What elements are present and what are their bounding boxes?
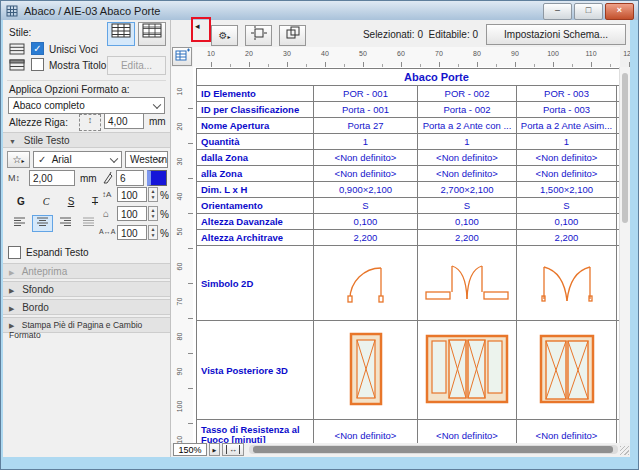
schedule-cell[interactable]: Porta - 001 bbox=[314, 102, 418, 118]
width-factor-input[interactable]: 100 bbox=[117, 206, 147, 221]
align-justify-button[interactable] bbox=[78, 215, 99, 232]
line-spacing-stepper[interactable]: ▲▼ bbox=[148, 187, 158, 202]
schedule-cell[interactable]: 0,900×2,100 bbox=[314, 182, 418, 198]
schedule-cell[interactable]: 2,200 bbox=[517, 230, 617, 246]
italic-button[interactable]: C bbox=[36, 192, 56, 211]
align-right-button[interactable] bbox=[55, 215, 76, 232]
schedule-cell[interactable]: Porta a 2 Ante con ... bbox=[418, 118, 517, 134]
schedule-cell[interactable]: POR - 002 bbox=[418, 86, 517, 102]
schedule-cell[interactable] bbox=[314, 246, 418, 321]
horizontal-scrollbar-thumb[interactable] bbox=[253, 446, 613, 453]
schedule-cell[interactable]: Porta - 002 bbox=[418, 102, 517, 118]
pen-number-input[interactable]: 6 bbox=[116, 170, 144, 186]
stile-testo-section-header[interactable]: ▼ Stile Testo bbox=[3, 132, 170, 148]
schedule-row-label[interactable]: Quantità bbox=[197, 134, 314, 150]
pen-color-swatch[interactable] bbox=[147, 170, 167, 186]
schedule-cell[interactable]: 2,700×2,100 bbox=[418, 182, 517, 198]
schedule-row-label[interactable]: Dim. L x H bbox=[197, 182, 314, 198]
schedule-cell[interactable]: 1 bbox=[418, 134, 517, 150]
schedule-cell[interactable]: 1 bbox=[517, 134, 617, 150]
schedule-cell[interactable]: <Non definito> bbox=[517, 166, 617, 182]
style-view-spaced-button[interactable] bbox=[138, 22, 166, 46]
fit-width-button[interactable]: ↔ bbox=[222, 443, 244, 456]
impostazioni-schema-button[interactable]: Impostazioni Schema... bbox=[486, 24, 626, 45]
letter-spacing-input[interactable]: 100 bbox=[117, 225, 147, 240]
unisci-voci-checkbox[interactable]: ✓ bbox=[31, 42, 44, 55]
font-script-select[interactable]: Western bbox=[125, 151, 168, 168]
schedule-cell[interactable] bbox=[517, 246, 617, 321]
schedule-cell[interactable] bbox=[418, 321, 517, 420]
schedule-row-label[interactable]: Altezza Davanzale bbox=[197, 214, 314, 230]
options-gear-button[interactable]: ⚙▸ bbox=[211, 25, 238, 46]
schedule-row-label[interactable]: Simbolo 2D bbox=[197, 246, 314, 321]
bordo-section-header[interactable]: ▶ Bordo bbox=[3, 299, 170, 315]
espandi-testo-checkbox[interactable] bbox=[8, 246, 21, 259]
underline-button[interactable]: S bbox=[61, 192, 81, 211]
schedule-cell[interactable]: <Non definito> bbox=[517, 420, 617, 444]
schedule-row-label[interactable]: Orientamento bbox=[197, 198, 314, 214]
schedule-cell[interactable]: Porta - 003 bbox=[517, 102, 617, 118]
schedule-cell[interactable] bbox=[517, 321, 617, 420]
zoom-menu-button[interactable]: ▶ bbox=[209, 443, 220, 456]
schedule-cell[interactable]: POR - 001 bbox=[314, 86, 418, 102]
schedule-cell[interactable]: 0,100 bbox=[314, 214, 418, 230]
schedule-cell[interactable] bbox=[418, 246, 517, 321]
schedule-cell[interactable]: 2,200 bbox=[418, 230, 517, 246]
schedule-cell[interactable]: <Non definito> bbox=[314, 420, 418, 444]
schedule-cell[interactable]: Porta 27 bbox=[314, 118, 418, 134]
schedule-cell[interactable]: <Non definito> bbox=[517, 150, 617, 166]
schedule-row-label[interactable]: dalla Zona bbox=[197, 150, 314, 166]
table-options-corner-button[interactable] bbox=[172, 47, 192, 66]
close-button[interactable]: × bbox=[605, 3, 634, 20]
schedule-cell[interactable]: <Non definito> bbox=[418, 166, 517, 182]
width-factor-stepper[interactable]: ▲▼ bbox=[148, 206, 158, 221]
applica-select[interactable]: Abaco completo bbox=[8, 97, 165, 114]
schedule-cell[interactable]: S bbox=[314, 198, 418, 214]
font-size-input[interactable]: 2,00 bbox=[29, 170, 75, 186]
schedule-cell[interactable]: <Non definito> bbox=[314, 166, 418, 182]
horizontal-scrollbar[interactable] bbox=[249, 445, 618, 454]
letter-spacing-stepper[interactable]: ▲▼ bbox=[148, 225, 158, 240]
favorites-button[interactable]: ☆▸ bbox=[7, 151, 30, 168]
resize-grip[interactable] bbox=[620, 446, 629, 455]
vertical-scrollbar-thumb[interactable] bbox=[622, 73, 628, 223]
sfondo-section-header[interactable]: ▶ Sfondo bbox=[3, 281, 170, 297]
schedule-title[interactable]: Abaco Porte bbox=[197, 69, 621, 86]
schedule-row-label[interactable]: Altezza Architrave bbox=[197, 230, 314, 246]
schedule-cell[interactable]: 0,100 bbox=[418, 214, 517, 230]
schedule-row-label[interactable]: Vista Posteriore 3D bbox=[197, 321, 314, 420]
schedule-row-label[interactable]: ID Elemento bbox=[197, 86, 314, 102]
schedule-cell[interactable]: <Non definito> bbox=[418, 420, 517, 444]
style-view-compact-button[interactable] bbox=[107, 22, 135, 46]
schedule-cell[interactable]: 1 bbox=[314, 134, 418, 150]
schedule-cell[interactable]: POR - 003 bbox=[517, 86, 617, 102]
zoom-level-input[interactable]: 150% bbox=[173, 443, 207, 456]
bold-button[interactable]: G bbox=[11, 192, 31, 211]
schedule-row-label[interactable]: alla Zona bbox=[197, 166, 314, 182]
fit-one-cell-button[interactable] bbox=[245, 25, 272, 46]
line-spacing-input[interactable]: 100 bbox=[117, 187, 147, 202]
fit-all-cells-button[interactable] bbox=[279, 25, 306, 46]
mostra-titolo-checkbox[interactable] bbox=[31, 58, 44, 71]
edita-button[interactable]: Edita... bbox=[107, 56, 166, 75]
title-bar[interactable]: Abaco / AIE-03 Abaco Porte – □ × bbox=[1, 1, 638, 21]
minimize-button[interactable]: – bbox=[543, 3, 572, 20]
schedule-canvas[interactable]: Abaco Porte ID ElementoPOR - 001POR - 00… bbox=[193, 67, 620, 443]
schedule-cell[interactable]: <Non definito> bbox=[314, 150, 418, 166]
schedule-cell[interactable]: <Non definito> bbox=[418, 150, 517, 166]
schedule-cell[interactable]: Porta a 2 Ante Asim... bbox=[517, 118, 617, 134]
anteprima-section-header[interactable]: ▶ Anteprima bbox=[3, 263, 170, 279]
align-center-button[interactable] bbox=[32, 215, 53, 232]
schedule-cell[interactable] bbox=[314, 321, 418, 420]
schedule-cell[interactable]: S bbox=[517, 198, 617, 214]
schedule-row-label[interactable]: Nome Apertura bbox=[197, 118, 314, 134]
schedule-cell[interactable]: S bbox=[418, 198, 517, 214]
vertical-scrollbar[interactable] bbox=[619, 67, 630, 443]
schedule-cell[interactable]: 1,500×2,100 bbox=[517, 182, 617, 198]
align-left-button[interactable] bbox=[9, 215, 30, 232]
row-height-input[interactable]: 4,00 bbox=[104, 113, 144, 129]
stampa-section-header[interactable]: ▶ Stampa Piè di Pagina e Cambio Formato bbox=[3, 317, 170, 333]
schedule-cell[interactable]: 2,200 bbox=[314, 230, 418, 246]
schedule-row-label[interactable]: ID per Classificazione bbox=[197, 102, 314, 118]
font-select[interactable]: ✓ Arial bbox=[33, 151, 122, 168]
